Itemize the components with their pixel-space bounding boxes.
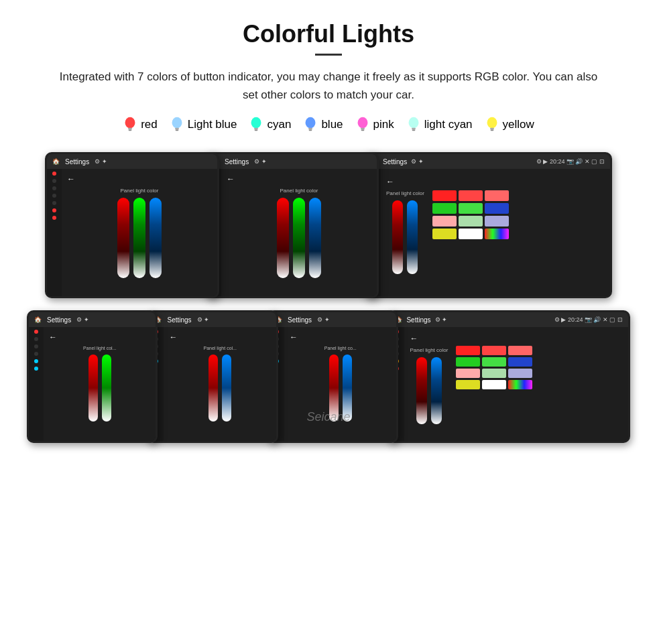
svg-rect-2 bbox=[129, 130, 132, 131]
svg-point-15 bbox=[408, 117, 418, 129]
svg-rect-16 bbox=[412, 128, 416, 130]
g7-cell-9 bbox=[508, 369, 532, 378]
main-area-1: ← Panel light color bbox=[62, 169, 217, 296]
back-arrow-7: ← bbox=[410, 334, 418, 343]
color-grid-7 bbox=[456, 346, 532, 389]
cell-blue-light bbox=[485, 216, 509, 227]
sidebar-dot-4-3 bbox=[34, 344, 38, 348]
sidebar-dot-4-5 bbox=[34, 359, 38, 363]
screen-topbar-7: 🏠 Settings ⚙ ✦ ⚙ ▶ 20:24 📷 🔊 ✕ ▢ ⊡ bbox=[390, 312, 628, 327]
screen-topbar-3: 🏠 Settings ⚙ ✦ ⚙ ▶ 20:24 📷 🔊 ✕ ▢ ⊡ bbox=[366, 154, 610, 169]
settings-text-4: Settings bbox=[47, 316, 71, 324]
cell-green-2 bbox=[459, 203, 483, 214]
g7-cell-3 bbox=[508, 346, 532, 355]
settings-icons-2: ⚙ ✦ bbox=[254, 158, 267, 165]
color-item-blue: blue bbox=[303, 116, 343, 133]
g7-cell-5 bbox=[482, 357, 506, 367]
svg-point-18 bbox=[487, 117, 497, 129]
sidebar-dot-3 bbox=[52, 186, 56, 190]
g7-cell-10 bbox=[456, 380, 480, 389]
slider-blue-3 bbox=[407, 200, 418, 274]
cell-red-1 bbox=[432, 190, 457, 201]
screen-content-4: ← Panel light col... bbox=[29, 327, 156, 441]
cell-green-light bbox=[459, 216, 483, 227]
screen-content-2: ← Panel light color bbox=[206, 169, 377, 296]
bulb-icon-lightcyan bbox=[406, 116, 421, 133]
color-label-pink: pink bbox=[373, 118, 394, 131]
svg-rect-4 bbox=[175, 128, 179, 130]
svg-point-3 bbox=[172, 117, 182, 129]
color-item-pink: pink bbox=[355, 116, 394, 133]
color-label-lightblue: Light blue bbox=[188, 118, 237, 131]
sliders-area-2 bbox=[227, 198, 371, 278]
slider-blue-5 bbox=[222, 355, 231, 422]
left-sidebar-4 bbox=[29, 327, 44, 441]
cell-red-3 bbox=[485, 190, 509, 201]
page-title: Colorful Lights bbox=[27, 20, 630, 48]
description-text: Integrated with 7 colors of button indic… bbox=[54, 68, 603, 104]
svg-rect-19 bbox=[490, 128, 494, 130]
screen-content-6: ← Panel light co... bbox=[270, 327, 396, 441]
screens-row-2: 🏠 Settings ⚙ ✦ ← Panel lig bbox=[27, 310, 630, 443]
g7-cell-8 bbox=[482, 369, 506, 378]
g7-cell-2 bbox=[482, 346, 506, 355]
screen-topbar-2: 🏠 Settings ⚙ ✦ bbox=[206, 154, 377, 169]
sidebar-dot-4-6 bbox=[34, 367, 38, 371]
screen-mockup-1: 🏠 Settings ⚙ ✦ ← bbox=[45, 152, 219, 298]
svg-rect-10 bbox=[309, 128, 313, 130]
back-arrow-5: ← bbox=[169, 332, 270, 342]
back-arrow-1: ← bbox=[67, 174, 212, 184]
title-divider bbox=[315, 54, 342, 56]
svg-rect-17 bbox=[412, 130, 415, 131]
color-list: red Light blue cyan bbox=[27, 116, 630, 133]
bulb-icon-red bbox=[123, 116, 137, 133]
screen-mockup-6: 🏠 Settings ⚙ ✦ ← Panel light co... bbox=[267, 310, 398, 443]
screen-topbar-6: 🏠 Settings ⚙ ✦ bbox=[270, 312, 396, 327]
page-container: Colorful Lights Integrated with 7 colors… bbox=[0, 0, 657, 475]
sidebar-dot-4-2 bbox=[34, 337, 38, 341]
slider-red-3 bbox=[392, 200, 403, 274]
sidebar-dot-4 bbox=[52, 194, 56, 198]
screen-content-3: ← Panel light color bbox=[366, 169, 610, 296]
color-label-blue: blue bbox=[321, 118, 343, 131]
panel-label-6: Panel light co... bbox=[290, 346, 391, 350]
screen-topbar-5: 🏠 Settings ⚙ ✦ bbox=[149, 312, 276, 327]
settings-text-6: Settings bbox=[288, 316, 312, 324]
back-arrow-6: ← bbox=[290, 332, 391, 342]
color-label-yellow: yellow bbox=[503, 118, 534, 131]
screen-content-7: ← Panel light color bbox=[390, 327, 628, 441]
cell-red-2 bbox=[459, 190, 483, 201]
status-icons-7: ⚙ ▶ 20:24 📷 🔊 ✕ ▢ ⊡ bbox=[554, 316, 623, 323]
svg-rect-8 bbox=[255, 130, 258, 131]
svg-rect-13 bbox=[361, 128, 365, 130]
sidebar-dot-4-4 bbox=[34, 352, 38, 356]
main-area-4: ← Panel light col... bbox=[44, 327, 156, 441]
sidebar-dot-4-1 bbox=[34, 330, 38, 334]
settings-icons-4: ⚙ ✦ bbox=[76, 316, 89, 323]
home-icon-4: 🏠 bbox=[34, 316, 42, 323]
sliders-area-5 bbox=[169, 355, 270, 422]
g7-cell-11 bbox=[482, 380, 506, 389]
main-area-6: ← Panel light co... bbox=[284, 327, 396, 441]
sidebar-dot-7 bbox=[52, 216, 56, 220]
left-sidebar-1 bbox=[47, 169, 62, 296]
g7-cell-7 bbox=[456, 369, 480, 378]
slider-blue-7 bbox=[431, 357, 442, 424]
slider-red-5 bbox=[208, 355, 218, 422]
screen-mockup-4: 🏠 Settings ⚙ ✦ ← Panel lig bbox=[27, 310, 158, 443]
color-label-red: red bbox=[141, 118, 158, 131]
sliders-area-3 bbox=[392, 200, 418, 274]
slider-red-6 bbox=[329, 355, 339, 422]
back-arrow-2: ← bbox=[227, 174, 371, 184]
color-item-red: red bbox=[123, 116, 158, 133]
bulb-icon-pink bbox=[355, 116, 370, 133]
screens-row-1: 🏠 Settings ⚙ ✦ ← bbox=[27, 152, 630, 298]
main-area-2: ← Panel light color bbox=[221, 169, 377, 296]
screen-mockup-7: 🏠 Settings ⚙ ✦ ⚙ ▶ 20:24 📷 🔊 ✕ ▢ ⊡ bbox=[387, 310, 630, 443]
sidebar-dot-6 bbox=[52, 208, 56, 212]
slider-red-2 bbox=[277, 198, 289, 278]
sidebar-dot-2 bbox=[52, 179, 56, 183]
slider-green-4 bbox=[102, 355, 111, 422]
color-item-lightcyan: light cyan bbox=[406, 116, 473, 133]
screen-topbar-1: 🏠 Settings ⚙ ✦ bbox=[47, 154, 217, 169]
